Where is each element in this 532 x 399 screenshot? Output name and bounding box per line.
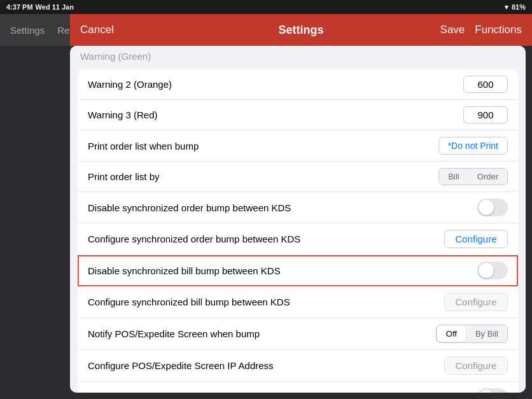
label-configure-sync-bill: Configure synchronized bill bump between… xyxy=(88,297,444,307)
seg-bill[interactable]: Bill xyxy=(439,169,468,185)
label-notify-queue: Notify Queue Display Screen when bump xyxy=(88,392,477,393)
label-disable-sync-order: Disable synchronized order bump between … xyxy=(88,202,477,213)
label-disable-sync-bill: Disable synchronized bill bump between K… xyxy=(88,265,477,276)
label-warning2: Warning 2 (Orange) xyxy=(88,79,463,90)
input-warning2[interactable] xyxy=(463,76,508,93)
control-configure-sync-order: Configure xyxy=(444,230,508,248)
donotprint-button[interactable]: *Do not Print xyxy=(438,137,508,155)
row-configure-sync-bill: Configure synchronized bill bump between… xyxy=(78,286,518,318)
segmented-notify-pos: Off By Bill xyxy=(436,325,508,343)
configure-sync-order-button[interactable]: Configure xyxy=(444,230,508,248)
functions-button[interactable]: Functions xyxy=(475,24,522,36)
row-configure-sync-order: Configure synchronized order bump betwee… xyxy=(78,223,518,255)
label-print-order-by: Print order list by xyxy=(88,171,438,182)
control-warning2 xyxy=(463,76,508,93)
time: 4:37 PM xyxy=(6,3,33,11)
nav-title: Settings xyxy=(278,24,323,37)
row-warning2: Warning 2 (Orange) xyxy=(78,69,518,100)
battery: 81% xyxy=(512,3,526,11)
row-configure-pos-ip: Configure POS/Expedite Screen IP Address… xyxy=(78,350,518,382)
label-configure-pos-ip: Configure POS/Expedite Screen IP Address xyxy=(88,360,444,371)
segmented-print-order-by: Bill Order xyxy=(438,168,508,185)
label-print-order-bump: Print order list when bump xyxy=(88,141,438,151)
wifi-icon: ▾ xyxy=(505,3,508,11)
save-button[interactable]: Save xyxy=(440,24,465,36)
configure-sync-bill-button[interactable]: Configure xyxy=(444,293,508,311)
seg-order[interactable]: Order xyxy=(468,169,507,185)
row-disable-sync-bill: Disable synchronized bill bump between K… xyxy=(78,255,518,286)
cancel-button[interactable]: Cancel xyxy=(80,24,114,36)
settings-list: Warning 2 (Orange) Warning 3 (Red) Print… xyxy=(78,69,518,393)
control-warning3 xyxy=(463,106,508,123)
status-left: 4:37 PM Wed 11 Jan xyxy=(6,3,74,11)
control-configure-pos-ip: Configure xyxy=(444,356,508,375)
nav-bar: Cancel Settings Save Functions xyxy=(70,14,532,46)
status-bar: 4:37 PM Wed 11 Jan ▾ 81% xyxy=(0,0,532,14)
configure-pos-ip-button[interactable]: Configure xyxy=(444,356,508,375)
row-warning3: Warning 3 (Red) xyxy=(78,100,518,130)
row-disable-sync-order: Disable synchronized order bump between … xyxy=(78,192,518,223)
label-configure-sync-order: Configure synchronized order bump betwee… xyxy=(88,234,444,244)
control-print-order-bump: *Do not Print xyxy=(438,137,508,155)
toggle-disable-sync-order[interactable] xyxy=(477,199,508,216)
seg-off[interactable]: Off xyxy=(437,326,466,342)
input-warning3[interactable] xyxy=(463,106,508,123)
nav-right-actions: Save Functions xyxy=(440,24,522,36)
row-print-order-by: Print order list by Bill Order xyxy=(78,162,518,192)
partial-row-label: Warning (Green) xyxy=(70,46,526,64)
row-notify-pos: Notify POS/Expedite Screen when bump Off… xyxy=(78,318,518,350)
status-right: ▾ 81% xyxy=(505,3,526,11)
label-warning3: Warning 3 (Red) xyxy=(88,109,463,120)
seg-by-bill[interactable]: By Bill xyxy=(466,325,507,342)
tab-settings[interactable]: Settings xyxy=(10,25,45,36)
control-disable-sync-order xyxy=(477,199,508,216)
row-notify-queue: Notify Queue Display Screen when bump xyxy=(78,382,518,393)
control-notify-queue xyxy=(477,388,508,393)
control-disable-sync-bill xyxy=(477,262,508,279)
modal-content: Warning (Green) Warning 2 (Orange) Warni… xyxy=(70,46,526,393)
toggle-disable-sync-bill[interactable] xyxy=(477,262,508,279)
toggle-notify-queue[interactable] xyxy=(477,388,508,393)
label-notify-pos: Notify POS/Expedite Screen when bump xyxy=(88,328,436,339)
row-print-order-bump: Print order list when bump *Do not Print xyxy=(78,130,518,162)
control-notify-pos: Off By Bill xyxy=(436,325,508,343)
control-print-order-by: Bill Order xyxy=(438,168,508,185)
control-configure-sync-bill: Configure xyxy=(444,293,508,311)
date: Wed 11 Jan xyxy=(36,3,74,11)
